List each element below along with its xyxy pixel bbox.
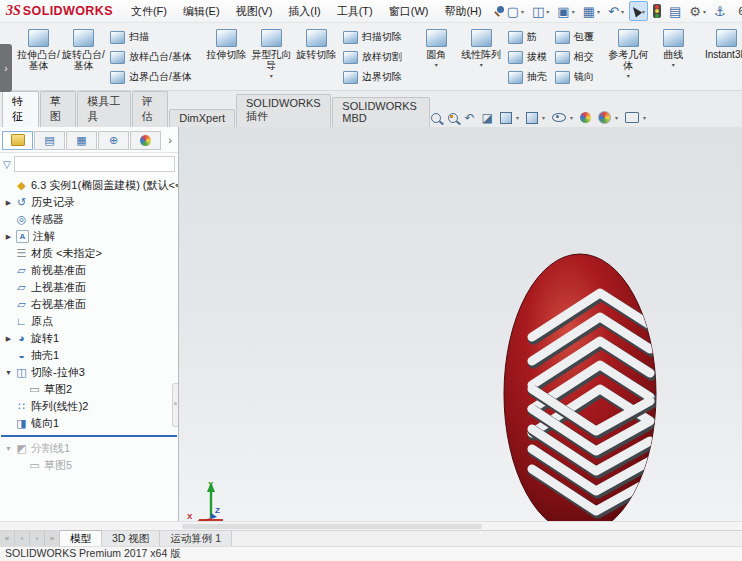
panel-tab-propertymanager[interactable]: ▤ — [34, 131, 65, 150]
linear-pattern-dropdown[interactable]: ▾ — [480, 61, 483, 68]
expand-arrow-collapsed[interactable]: ▶ — [3, 199, 14, 207]
tab-SOLIDWORKS 插件[interactable]: SOLIDWORKS 插件 — [236, 94, 331, 127]
tree-item-传感器[interactable]: ◎传感器 — [0, 211, 178, 228]
panel-expand-arrow[interactable]: › — [164, 134, 176, 146]
view-orientation-dropdown[interactable]: ▾ — [516, 114, 519, 121]
curves-dropdown[interactable]: ▾ — [672, 61, 675, 68]
scrollbar-thumb[interactable] — [182, 524, 482, 529]
tree-item-切除-拉伸3[interactable]: ▼◫切除-拉伸3 — [0, 364, 178, 381]
new-document-button[interactable]: ▢▾ — [504, 1, 527, 21]
tree-item-草图2[interactable]: ▭草图2 — [0, 381, 178, 398]
intersect-button[interactable]: 相交 — [555, 48, 594, 66]
revolved-cut-button[interactable]: 旋转切除 — [294, 25, 339, 89]
menu-edit[interactable]: 编辑(E) — [175, 1, 228, 22]
select-button[interactable]: ▾ — [629, 1, 648, 21]
rib-button[interactable]: 筋 — [508, 28, 547, 46]
tree-item-旋转1[interactable]: ▶◕旋转1 — [0, 330, 178, 347]
tab-草图[interactable]: 草图 — [40, 91, 77, 127]
menu-tools[interactable]: 工具(T) — [329, 1, 381, 22]
tree-item-镜向1[interactable]: ◨镜向1 — [0, 415, 178, 432]
curves-button[interactable]: 曲线▾ — [651, 25, 696, 89]
model-nav-prev-button[interactable]: ‹ — [15, 531, 30, 546]
wrap-button[interactable]: 包覆 — [555, 28, 594, 46]
mirror-button[interactable]: 镜向 — [555, 68, 594, 86]
view-settings-dropdown[interactable]: ▾ — [643, 114, 646, 121]
linear-pattern-button[interactable]: 线性阵列▾ — [459, 25, 504, 89]
tree-item-注解[interactable]: ▶A注解 — [0, 228, 178, 245]
tree-filter-input[interactable] — [14, 156, 175, 172]
tree-item-分割线1[interactable]: ▼◩分割线1 — [0, 440, 178, 457]
model-3d[interactable] — [500, 251, 680, 521]
view-settings-button[interactable]: ▾ — [625, 112, 646, 123]
tree-item-历史记录[interactable]: ▶↺历史记录 — [0, 194, 178, 211]
tree-item-阵列(线性)2[interactable]: ∷阵列(线性)2 — [0, 398, 178, 415]
menu-file[interactable]: 文件(F) — [123, 1, 175, 22]
lofted-cut-button[interactable]: 放样切割 — [343, 48, 402, 66]
instant3d-button[interactable]: Instant3D — [704, 25, 742, 89]
menu-window[interactable]: 窗口(W) — [381, 1, 437, 22]
collapsed-panel-tab[interactable]: › — [0, 44, 12, 92]
graphics-viewport[interactable]: Y X Z — [179, 127, 742, 521]
panel-splitter-handle[interactable] — [172, 383, 178, 427]
print-button[interactable]: ▦▾ — [580, 1, 603, 21]
reference-geometry-button[interactable]: 参考几何体▾ — [606, 25, 651, 89]
tab-模具工具[interactable]: 模具工具 — [77, 91, 130, 127]
section-view-button[interactable]: ◪ — [482, 112, 493, 124]
model-nav-next-button[interactable]: › — [30, 531, 45, 546]
save-button[interactable]: ▣▾ — [554, 1, 577, 21]
swept-cut-button[interactable]: 扫描切除 — [343, 28, 402, 46]
doc-tab-3D 视图[interactable]: 3D 视图 — [102, 531, 160, 546]
display-style-button[interactable]: ▾ — [526, 112, 545, 124]
display-style-dropdown[interactable]: ▾ — [542, 114, 545, 121]
swept-boss-button[interactable]: 扫描 — [110, 28, 192, 46]
fillet-button[interactable]: 圆角▾ — [414, 25, 459, 89]
rebuild-button[interactable] — [650, 1, 664, 21]
tree-item-右视基准面[interactable]: ▱右视基准面 — [0, 296, 178, 313]
zoom-to-fit-button[interactable] — [431, 113, 441, 123]
revolved-boss-button[interactable]: 旋转凸台/基体 — [61, 25, 106, 89]
previous-view-button[interactable]: ↶ — [465, 112, 475, 124]
panel-tab-dimxpertmanager[interactable]: ⊕ — [98, 131, 129, 150]
tab-DimXpert[interactable]: DimXpert — [169, 109, 235, 127]
fillet-dropdown[interactable]: ▾ — [435, 61, 438, 68]
expand-arrow-collapsed[interactable]: ▶ — [3, 233, 14, 241]
apply-scene-button[interactable]: ▾ — [598, 111, 618, 124]
zoom-to-area-button[interactable] — [448, 113, 458, 123]
expand-arrow-expanded[interactable]: ▼ — [3, 445, 14, 452]
horizontal-scrollbar[interactable] — [0, 521, 742, 530]
edit-appearance-button[interactable] — [580, 112, 591, 123]
rollback-bar[interactable] — [1, 435, 177, 437]
boundary-cut-button[interactable]: 边界切除 — [343, 68, 402, 86]
tree-item-上视基准面[interactable]: ▱上视基准面 — [0, 279, 178, 296]
menu-view[interactable]: 视图(V) — [228, 1, 281, 22]
panel-tab-configurationmanager[interactable]: ▦ — [66, 131, 97, 150]
doc-tab-运动算例 1[interactable]: 运动算例 1 — [160, 531, 232, 546]
new-document-dropdown[interactable]: ▾ — [521, 8, 524, 15]
hole-wizard-dropdown[interactable]: ▾ — [270, 72, 273, 79]
view-orientation-button[interactable]: ▾ — [500, 112, 519, 124]
draft-button[interactable]: 拔模 — [508, 48, 547, 66]
open-document-button[interactable]: ◫▾ — [529, 1, 552, 21]
tree-item-6.3 实例1(椭圆盖建模) (默认<<默认>_显[interactable]: ◆6.3 实例1(椭圆盖建模) (默认<<默认>_显 — [0, 177, 178, 194]
tab-评估[interactable]: 评估 — [132, 91, 169, 127]
extruded-cut-button[interactable]: 拉伸切除 — [204, 25, 249, 89]
boundary-boss-button[interactable]: 边界凸台/基体 — [110, 68, 192, 86]
tree-item-前视基准面[interactable]: ▱前视基准面 — [0, 262, 178, 279]
tab-特征[interactable]: 特征 — [2, 91, 39, 127]
anchor-tool-button[interactable]: ⚓ — [711, 1, 729, 21]
menu-help[interactable]: 帮助(H) — [436, 1, 489, 22]
menu-insert[interactable]: 插入(I) — [280, 1, 328, 22]
apply-scene-dropdown[interactable]: ▾ — [615, 114, 618, 121]
undo-dropdown[interactable]: ▾ — [621, 8, 624, 15]
hide-show-items-dropdown[interactable]: ▾ — [570, 114, 573, 121]
hole-wizard-button[interactable]: 异型孔向导▾ — [249, 25, 294, 89]
tree-item-草图5[interactable]: ▭草图5 — [0, 457, 178, 474]
model-nav-first-button[interactable]: « — [0, 531, 15, 546]
panel-tab-featuremanager[interactable] — [2, 131, 33, 150]
extruded-boss-button[interactable]: 拉伸凸台/基体 — [16, 25, 61, 89]
select-dropdown[interactable]: ▾ — [642, 8, 645, 15]
panel-tab-displaymanager[interactable] — [130, 131, 161, 150]
open-document-dropdown[interactable]: ▾ — [546, 8, 549, 15]
shell-button[interactable]: 抽壳 — [508, 68, 547, 86]
tree-item-材质 <未指定>[interactable]: ☰材质 <未指定> — [0, 245, 178, 262]
